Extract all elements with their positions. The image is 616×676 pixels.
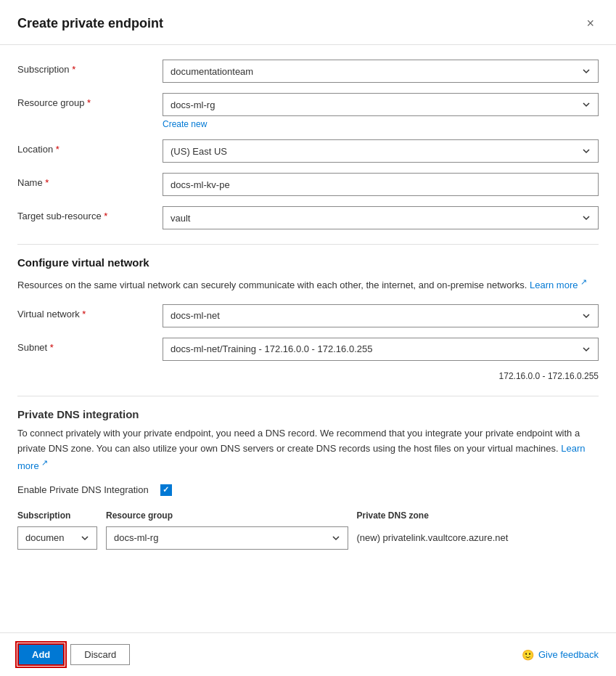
external-link-icon-vn: ↗ [578,277,586,286]
close-button[interactable]: × [582,15,599,33]
subnet-select[interactable]: docs-ml-net/Training - 172.16.0.0 - 172.… [163,338,599,361]
virtual-network-section: Configure virtual network Resources on t… [17,256,599,381]
dns-subscription-col-header: Subscription [17,510,97,521]
location-select-wrapper: (US) East US [163,139,599,163]
dns-subscription-cell: documen [17,526,97,550]
give-feedback-button[interactable]: 🙂 Give feedback [522,649,599,661]
enable-dns-checkbox[interactable] [160,484,172,496]
subscription-select[interactable]: documentationteam [163,60,599,83]
virtual-network-label: Virtual network * [17,304,163,319]
required-marker-name: * [43,177,49,188]
dns-table-header: Subscription Resource group Private DNS … [17,510,599,521]
enable-dns-label: Enable Private DNS Integration [17,484,149,495]
resource-group-select[interactable]: docs-ml-rg [163,93,599,116]
panel-header: Create private endpoint × [0,0,616,45]
subnet-select-wrapper: docs-ml-net/Training - 172.16.0.0 - 172.… [163,338,599,361]
footer-actions: Add Discard [17,643,130,666]
virtual-network-section-title: Configure virtual network [17,256,599,269]
dns-section-desc: To connect privately with your private e… [17,426,599,474]
required-marker-subnet: * [47,342,54,353]
location-row: Location * (US) East US [17,139,599,163]
name-input[interactable] [163,173,599,196]
dns-subscription-select-wrapper: documen [17,526,97,550]
dns-rg-select-wrapper: docs-ml-rg [106,526,348,550]
resource-group-control: docs-ml-rg Create new [163,93,599,129]
virtual-network-control: docs-ml-net [163,304,599,327]
section-divider-1 [17,244,599,245]
virtual-network-learn-more-link[interactable]: Learn more ↗ [530,280,587,290]
dns-table-row: documen docs-ml-rg (new) privatelink.vau… [17,526,599,550]
name-control [163,173,599,196]
subnet-row: Subnet * docs-ml-net/Training - 172.16.0… [17,338,599,361]
required-marker-rg: * [85,97,91,108]
subnet-control: docs-ml-net/Training - 172.16.0.0 - 172.… [163,338,599,361]
dns-rg-select[interactable]: docs-ml-rg [106,526,348,550]
virtual-network-row: Virtual network * docs-ml-net [17,304,599,327]
dns-zone-value: (new) privatelink.vaultcore.azure.net [357,528,509,543]
location-control: (US) East US [163,139,599,163]
add-button[interactable]: Add [17,643,65,666]
resource-group-select-wrapper: docs-ml-rg [163,93,599,116]
location-select[interactable]: (US) East US [163,139,599,163]
subscription-label: Subscription * [17,60,163,75]
dns-zone-cell: (new) privatelink.vaultcore.azure.net [357,532,599,543]
create-new-link[interactable]: Create new [163,119,207,129]
target-sub-resource-row: Target sub-resource * vault [17,206,599,229]
subscription-select-wrapper: documentationteam [163,60,599,83]
discard-button[interactable]: Discard [70,644,130,665]
enable-dns-row: Enable Private DNS Integration [17,484,599,496]
create-private-endpoint-panel: Create private endpoint × Subscription *… [0,0,616,676]
dns-section-title: Private DNS integration [17,408,599,420]
panel-body: Subscription * documentationteam Resourc… [0,45,616,632]
target-sub-resource-control: vault [163,206,599,229]
feedback-icon: 🙂 [522,649,534,661]
virtual-network-select-wrapper: docs-ml-net [163,304,599,327]
subnet-label: Subnet * [17,338,163,353]
ip-range-text: 172.16.0.0 - 172.16.0.255 [17,371,599,381]
dns-rg-col-header: Resource group [106,510,348,521]
required-marker-vn: * [80,309,86,319]
dns-integration-section: Private DNS integration To connect priva… [17,408,599,550]
resource-group-row: Resource group * docs-ml-rg Create new [17,93,599,129]
target-sub-resource-select[interactable]: vault [163,206,599,229]
name-row: Name * [17,173,599,196]
external-link-icon-dns: ↗ [39,457,48,466]
target-sub-resource-label: Target sub-resource * [17,206,163,221]
target-sub-resource-select-wrapper: vault [163,206,599,229]
dns-zone-col-header: Private DNS zone [357,510,599,521]
subscription-control: documentationteam [163,60,599,83]
resource-group-label: Resource group * [17,93,163,108]
name-label: Name * [17,173,163,188]
panel-footer: Add Discard 🙂 Give feedback [0,632,616,676]
panel-title: Create private endpoint [17,16,163,31]
required-marker-tsr: * [102,211,108,221]
location-label: Location * [17,139,163,155]
section-divider-2 [17,396,599,396]
dns-rg-cell: docs-ml-rg [106,526,348,550]
dns-subscription-select[interactable]: documen [17,526,97,550]
subscription-row: Subscription * documentationteam [17,60,599,83]
required-marker-loc: * [53,144,59,155]
virtual-network-select[interactable]: docs-ml-net [163,304,599,327]
virtual-network-section-desc: Resources on the same virtual network ca… [17,276,599,293]
required-marker: * [70,64,76,75]
